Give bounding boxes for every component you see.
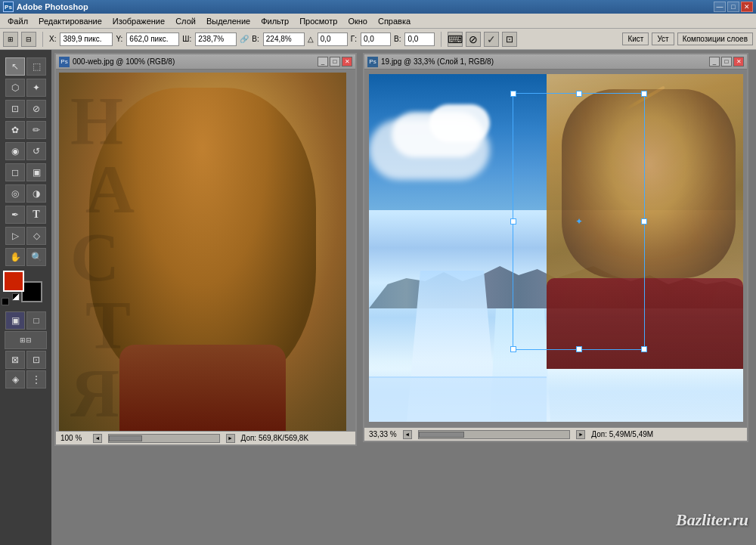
menu-item-окно[interactable]: Окно [343, 15, 372, 27]
angle-label: △ [308, 35, 314, 43]
brush-tool[interactable]: ✏ [26, 121, 46, 139]
move-tool[interactable]: ↖ [5, 57, 25, 76]
blur-tool[interactable]: ◎ [5, 184, 25, 203]
foreground-color-swatch[interactable] [3, 271, 24, 292]
select-tool[interactable]: ⬚ [26, 57, 46, 76]
x-label: X: [49, 35, 56, 43]
window2-zoom: 33,33 % [369, 430, 397, 438]
color-area [0, 271, 51, 308]
window2-scroll-right[interactable]: ► [576, 430, 585, 439]
transform-icon[interactable]: ⊞ [3, 32, 18, 47]
window2-statusbar: 33,33 % ◄ ► Доп: 5,49M/5,49M [364, 427, 747, 441]
brush-panel-tab[interactable]: Кист [622, 33, 649, 45]
extra-1[interactable]: ⊠ [5, 351, 25, 369]
tool-row-4: ✿ ✏ [0, 119, 51, 141]
menu-item-файл[interactable]: Файл [3, 15, 33, 27]
background-color-swatch[interactable] [21, 281, 42, 302]
image-window-1: Ps 000-web.jpg @ 100% (RGB/8) _ □ ✕ [54, 53, 357, 446]
separator-2 [441, 32, 442, 47]
window1-maximize[interactable]: □ [330, 57, 340, 67]
clone-tool[interactable]: ◉ [5, 142, 25, 160]
window2-titlebar[interactable]: Ps 19.jpg @ 33,3% (Слой 1, RGB/8) _ □ ✕ [364, 54, 747, 70]
angle-input[interactable] [318, 33, 348, 46]
extra-3[interactable]: ◈ [5, 370, 25, 389]
zoom-tool[interactable]: 🔍 [26, 248, 46, 266]
settings-panel-tab[interactable]: Уст [652, 33, 674, 45]
window1-canvas-area: Н А С Т Я [56, 70, 355, 431]
extra-4[interactable]: ⋮ [26, 370, 46, 389]
h-label: В: [252, 35, 259, 43]
menu-item-выделение[interactable]: Выделение [202, 15, 255, 27]
swap-colors-icon[interactable] [12, 293, 20, 301]
lasso-tool[interactable]: ⬡ [5, 79, 25, 97]
window2-maximize[interactable]: □ [721, 57, 732, 67]
menu-item-редактирование[interactable]: Редактирование [34, 15, 107, 27]
window-controls: — □ ✕ [714, 2, 753, 12]
tool-row-2: ⬡ ✦ [0, 77, 51, 98]
tool-row-8: ✒ T [0, 204, 51, 225]
window2-scroll-left[interactable]: ◄ [403, 430, 412, 439]
default-colors-icon[interactable] [2, 298, 9, 305]
y-input[interactable] [126, 33, 179, 46]
menu-item-слой[interactable]: Слой [171, 15, 200, 27]
menu-item-просмотр[interactable]: Просмотр [295, 15, 342, 27]
gradient-tool[interactable]: ▣ [26, 163, 46, 181]
w-label: Ш: [182, 35, 191, 43]
window1-scrollthumb [109, 435, 142, 441]
confirm-transform-icon[interactable]: ✓ [484, 32, 499, 47]
menu-item-изображение[interactable]: Изображение [108, 15, 169, 27]
window2-title: 19.jpg @ 33,3% (Слой 1, RGB/8) [381, 57, 706, 66]
magic-wand-tool[interactable]: ✦ [26, 79, 46, 97]
window1-scroll-left[interactable]: ◄ [93, 434, 102, 443]
maximize-button[interactable]: □ [727, 2, 739, 12]
h-input[interactable] [263, 33, 305, 46]
window1-scroll-right[interactable]: ► [226, 434, 235, 443]
window1-scrollbar-h[interactable] [108, 434, 220, 443]
panels-area: Кист Уст Композиции слоев [622, 33, 753, 45]
window1-close[interactable]: ✕ [342, 57, 352, 67]
minimize-button[interactable]: — [714, 2, 726, 12]
window1-minimize[interactable]: _ [318, 57, 328, 67]
skewh-input[interactable] [361, 33, 391, 46]
menu-item-справка[interactable]: Справка [373, 15, 415, 27]
window1-canvas: Н А С Т Я [59, 73, 346, 431]
skewv-input[interactable] [404, 33, 435, 46]
tool-row-1: ↖ ⬚ [0, 56, 51, 77]
tool-row-3: ⊡ ⊘ [0, 98, 51, 119]
shape-tool[interactable]: ◇ [26, 227, 46, 245]
path-tool[interactable]: ▷ [5, 227, 25, 245]
text-tool[interactable]: T [26, 206, 46, 224]
window2-minimize[interactable]: _ [709, 57, 720, 67]
eraser-tool[interactable]: ◻ [5, 163, 25, 181]
window2-canvas: ✦ [369, 74, 743, 422]
warp-icon[interactable]: ⌨ [448, 32, 463, 47]
layer-comp-panel-tab[interactable]: Композиции слоев [677, 33, 753, 45]
extra-2[interactable]: ⊡ [26, 351, 46, 369]
quick-mask-icon[interactable]: ▣ [5, 311, 25, 330]
cloud-3 [369, 119, 490, 180]
interpolation-icon[interactable]: ⊡ [502, 32, 517, 47]
grid-icon[interactable]: ⊟ [21, 32, 36, 47]
window2-close[interactable]: ✕ [733, 57, 744, 67]
hand-tool[interactable]: ✋ [5, 248, 25, 266]
history-brush-tool[interactable]: ↺ [26, 142, 46, 160]
window1-titlebar[interactable]: Ps 000-web.jpg @ 100% (RGB/8) _ □ ✕ [56, 54, 355, 70]
x-input[interactable] [60, 33, 113, 46]
window1-controls: _ □ ✕ [318, 57, 352, 67]
tool-row-9: ▷ ◇ [0, 225, 51, 246]
window1-title: 000-web.jpg @ 100% (RGB/8) [73, 57, 314, 66]
standard-mode-icon[interactable]: □ [26, 311, 46, 330]
close-button[interactable]: ✕ [741, 2, 753, 12]
pen-tool[interactable]: ✒ [5, 206, 25, 224]
dodge-tool[interactable]: ◑ [26, 184, 46, 203]
window2-scrollbar-h[interactable] [418, 430, 571, 439]
cancel-transform-icon[interactable]: ⊘ [466, 32, 481, 47]
heal-tool[interactable]: ✿ [5, 121, 25, 139]
crop-tool[interactable]: ⊡ [5, 100, 25, 118]
menu-item-фильтр[interactable]: Фильтр [256, 15, 293, 27]
slice-tool[interactable]: ⊘ [26, 100, 46, 118]
screen-mode-icon[interactable]: ⊞⊟ [5, 331, 47, 349]
bottom-tools: ▣ □ ⊞⊟ ⊠ ⊡ ◈ ⋮ [0, 308, 51, 392]
w-input[interactable] [195, 33, 237, 46]
link-icon: 🔗 [240, 35, 249, 43]
